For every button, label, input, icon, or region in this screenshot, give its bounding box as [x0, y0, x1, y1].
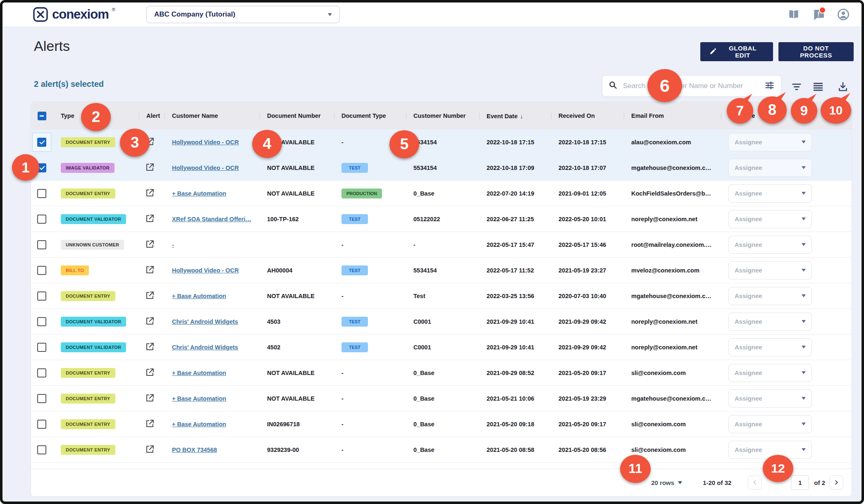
assignee-dropdown[interactable]: Assignee [728, 210, 812, 228]
row-checkbox[interactable] [32, 235, 51, 254]
received-on: 2021-05-19 23:27 [550, 267, 623, 274]
external-link-icon[interactable] [145, 418, 155, 429]
customer-name-link[interactable]: + Base Automation [172, 293, 226, 299]
event-date: 2022-05-17 15:47 [478, 241, 550, 248]
customer-name-link[interactable]: + Base Automation [172, 370, 226, 376]
assignee-dropdown[interactable]: Assignee [728, 338, 812, 356]
external-link-icon[interactable] [145, 239, 155, 249]
column-header-document-number[interactable]: Document Number [259, 112, 333, 119]
event-date: 2022-10-18 17:09 [478, 165, 550, 171]
table-row: DOCUMENT VALIDATOR Chris' Android Widget… [31, 309, 852, 334]
table-row: DOCUMENT ENTRY + Base Automation NOT AVA… [31, 283, 852, 309]
customer-name-link[interactable]: PO BOX 734568 [172, 447, 217, 453]
external-link-icon[interactable] [145, 213, 155, 224]
row-checkbox[interactable] [32, 440, 51, 459]
customer-name-link[interactable]: XRef SOA Standard Offeri… [172, 216, 251, 222]
email-from: sli@conexiom.com [623, 447, 720, 453]
email-from: mveloz@conexiom.com [623, 267, 720, 274]
selected-count: 2 alert(s) selected [34, 79, 104, 89]
page-number-input[interactable] [791, 475, 809, 490]
assignee-dropdown[interactable]: Assignee [728, 184, 812, 203]
chevron-down-icon [802, 192, 806, 195]
chevron-down-icon [802, 243, 806, 246]
customer-name-link[interactable]: Hollywood Video - OCR [172, 139, 239, 146]
assignee-dropdown[interactable]: Assignee [728, 441, 812, 459]
callout-4: 4 [252, 130, 282, 158]
column-header-event-date[interactable]: Event Date↓ [478, 112, 550, 119]
assignee-dropdown[interactable]: Assignee [728, 159, 812, 177]
row-checkbox[interactable] [32, 133, 51, 152]
customer-name-link[interactable]: Hollywood Video - OCR [172, 165, 239, 171]
external-link-icon[interactable] [145, 290, 155, 301]
external-link-icon[interactable] [145, 162, 155, 172]
row-checkbox[interactable] [32, 389, 51, 408]
filter-list-icon[interactable] [790, 81, 803, 93]
customer-name-link[interactable]: + Base Automation [172, 421, 226, 428]
row-checkbox[interactable] [32, 415, 51, 434]
external-link-icon[interactable] [145, 393, 155, 403]
assignee-dropdown[interactable]: Assignee [728, 236, 812, 254]
company-selector[interactable]: ABC Company (Tutorial) [146, 6, 340, 23]
global-edit-button[interactable]: GLOBAL EDIT [700, 42, 773, 61]
customer-name-link[interactable]: Chris' Android Widgets [172, 318, 238, 325]
table-footer: 20 rows 1-20 of 32 of 2 [31, 468, 852, 496]
row-checkbox[interactable] [32, 338, 51, 357]
customer-name-link[interactable]: Chris' Android Widgets [172, 344, 238, 351]
do-not-process-button[interactable]: DO NOT PROCESS [778, 42, 854, 61]
select-all-checkbox[interactable] [31, 112, 53, 120]
next-page-button[interactable] [829, 475, 843, 490]
assignee-dropdown[interactable]: Assignee [728, 287, 812, 305]
external-link-icon[interactable] [145, 367, 155, 377]
conexiom-logo-icon [32, 6, 49, 24]
type-badge: DOCUMENT VALIDATOR [61, 214, 126, 224]
document-number: NOT AVAILABLE [259, 395, 333, 402]
conexiom-logo[interactable]: conexiom ® [32, 6, 115, 24]
callout-7: 7 [727, 98, 753, 124]
callout-10: 10 [821, 97, 851, 124]
search-icon [608, 80, 618, 92]
row-checkbox[interactable] [32, 184, 51, 203]
row-checkbox[interactable] [32, 287, 51, 306]
docs-book-icon[interactable] [787, 8, 800, 21]
table-row: DOCUMENT ENTRY + Base Automation IN02696… [31, 411, 852, 437]
notifications-icon[interactable] [812, 8, 825, 21]
column-header-customer-name[interactable]: Customer Name [164, 112, 259, 119]
row-checkbox[interactable] [32, 210, 51, 229]
assignee-dropdown[interactable]: Assignee [728, 133, 812, 151]
type-badge: IMAGE VALIDATOR [61, 163, 115, 173]
previous-page-button[interactable] [748, 475, 762, 490]
column-header-document-type[interactable]: Document Type [333, 112, 405, 119]
rows-per-page-dropdown[interactable]: 20 rows [651, 479, 682, 486]
search-input[interactable] [622, 81, 760, 91]
customer-name-link[interactable]: Hollywood Video - OCR [172, 267, 239, 274]
filter-sliders-icon[interactable] [764, 80, 775, 93]
external-link-icon[interactable] [145, 444, 155, 454]
document-number: NOT AVAILABLE [259, 190, 333, 197]
customer-name-link[interactable]: + Base Automation [172, 190, 226, 197]
column-header-customer-number[interactable]: Customer Number [405, 112, 478, 119]
assignee-dropdown[interactable]: Assignee [728, 261, 812, 279]
customer-name-link[interactable]: + Base Automation [172, 395, 226, 402]
customer-name-link[interactable]: - [172, 241, 174, 248]
received-on: 2020-07-03 10:40 [550, 293, 623, 299]
row-checkbox[interactable] [32, 363, 51, 382]
search-box [602, 75, 781, 97]
assignee-dropdown[interactable]: Assignee [728, 415, 812, 433]
event-date: 2022-05-17 11:52 [478, 267, 550, 274]
external-link-icon[interactable] [145, 265, 155, 275]
assignee-dropdown[interactable]: Assignee [728, 389, 812, 408]
assignee-dropdown[interactable]: Assignee [728, 313, 812, 331]
assignee-dropdown[interactable]: Assignee [728, 364, 812, 382]
row-checkbox[interactable] [32, 261, 51, 280]
event-date: 2022-06-27 11:25 [478, 216, 550, 222]
column-header-received-on[interactable]: Received On [550, 112, 623, 119]
external-link-icon[interactable] [145, 342, 155, 352]
row-checkbox[interactable] [32, 312, 51, 331]
pagination-range: 1-20 of 32 [703, 479, 731, 486]
callout-6: 6 [647, 69, 682, 102]
external-link-icon[interactable] [145, 316, 155, 326]
column-header-email-from[interactable]: Email From [623, 112, 720, 119]
external-link-icon[interactable] [145, 188, 155, 198]
account-icon[interactable] [837, 8, 850, 21]
column-header-alert[interactable]: Alert [138, 112, 164, 119]
